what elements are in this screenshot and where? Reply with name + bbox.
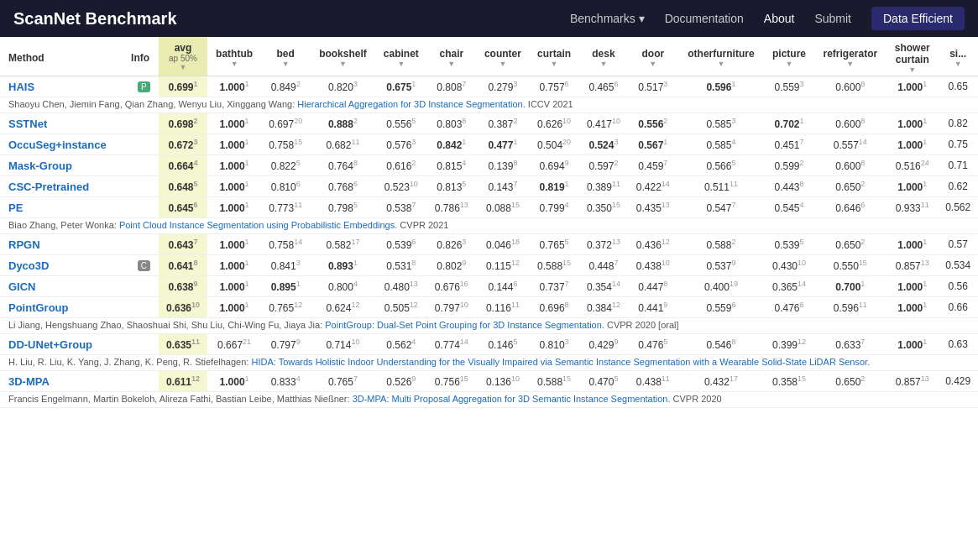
table-cell: 1.0001: [207, 297, 260, 318]
table-cell: 0.6949: [530, 155, 579, 176]
table-cell: 0.66721: [207, 334, 260, 355]
table-cell: 1.0001: [886, 297, 938, 318]
method-link[interactable]: OccuSeg+instance: [8, 139, 107, 151]
method-link[interactable]: Dyco3D: [8, 259, 49, 272]
table-cell: 0.5882: [677, 234, 764, 255]
col-refrigerator[interactable]: refrigerator▼: [813, 37, 886, 76]
table-cell: 0.5396: [375, 234, 426, 255]
table-cell: 0.5565: [375, 113, 426, 134]
table-cell: 0.5992: [765, 155, 814, 176]
col-counter[interactable]: counter▼: [476, 37, 529, 76]
table-cell: 0.3872: [476, 113, 529, 134]
table-cell: 0.35815: [765, 371, 814, 392]
table-cell: 0.35414: [579, 276, 629, 297]
info-cell: [126, 197, 158, 218]
col-door[interactable]: door▼: [628, 37, 677, 76]
citation-link[interactable]: 3D-MPA: Multi Proposal Aggregation for 3…: [353, 394, 671, 404]
table-cell: 0.69720: [261, 113, 311, 134]
nav-benchmarks[interactable]: Benchmarks ▾: [570, 12, 645, 25]
table-row: CSC-Pretrained 0.6485 1.0001 0.8106 0.76…: [0, 176, 978, 197]
table-cell: 0.7576: [530, 76, 579, 97]
table-cell: 0.8004: [311, 276, 376, 297]
table-cell: 0.5173: [628, 76, 677, 97]
table-cell: 0.76512: [261, 297, 311, 318]
table-cell: 0.7655: [530, 234, 579, 255]
table-cell: 0.78613: [426, 197, 476, 218]
sink-cell: 0.66: [938, 297, 978, 318]
method-cell: HAIS: [0, 76, 126, 97]
method-link[interactable]: PointGroup: [8, 301, 69, 314]
table-cell: 0.55714: [813, 134, 886, 155]
citation-link[interactable]: Hierarchical Aggregation for 3D Instance…: [297, 99, 526, 109]
nav-about[interactable]: About: [764, 12, 795, 25]
table-cell: 0.71410: [311, 334, 376, 355]
info-cell: P: [126, 76, 158, 97]
col-bed[interactable]: bed▼: [261, 37, 311, 76]
table-cell: 1.0001: [207, 371, 260, 392]
col-cabinet[interactable]: cabinet▼: [375, 37, 426, 76]
method-link[interactable]: GICN: [8, 280, 36, 293]
info-cell: [126, 113, 158, 134]
table-cell: 0.4766: [765, 297, 814, 318]
navigation: ScanNet Benchmark Benchmarks ▾ Documenta…: [0, 0, 978, 37]
nav-data-efficient[interactable]: Data Efficient: [871, 7, 965, 30]
table-cell: 0.75615: [426, 371, 476, 392]
method-link[interactable]: Mask-Group: [8, 160, 72, 172]
col-sink[interactable]: si...▼: [938, 37, 978, 76]
table-cell: 1.0001: [207, 113, 260, 134]
table-cell: 0.42214: [628, 176, 677, 197]
method-link[interactable]: DD-UNet+Group: [8, 338, 92, 351]
citation-link[interactable]: PointGroup: Dual-Set Point Grouping for …: [325, 320, 604, 330]
table-cell: 1.0001: [207, 276, 260, 297]
badge-c: C: [138, 260, 150, 271]
sink-cell: 0.75: [938, 134, 978, 155]
table-row: 3D-MPA 0.61112 1.0001 0.8334 0.7657 0.52…: [0, 371, 978, 392]
table-cell: 0.77311: [261, 197, 311, 218]
nav-submit[interactable]: Submit: [814, 12, 851, 25]
sink-cell: 0.63: [938, 334, 978, 355]
table-cell: 0.85713: [886, 371, 938, 392]
citation-link[interactable]: HIDA: Towards Holistic Indoor Understand…: [251, 357, 870, 367]
table-cell: 0.62610: [530, 113, 579, 134]
method-link[interactable]: 3D-MPA: [8, 375, 50, 388]
table-cell: 0.04618: [476, 234, 529, 255]
method-link[interactable]: CSC-Pretrained: [8, 181, 89, 193]
col-chair[interactable]: chair▼: [426, 37, 476, 76]
table-cell: 0.8191: [530, 176, 579, 197]
info-cell: [126, 371, 158, 392]
sink-cell: 0.534: [938, 255, 978, 276]
col-curtain[interactable]: curtain▼: [530, 37, 579, 76]
table-cell: 0.5596: [677, 297, 764, 318]
table-cell: 0.55015: [813, 255, 886, 276]
col-bookshelf[interactable]: bookshelf▼: [311, 37, 376, 76]
method-cell: GICN: [0, 276, 126, 297]
method-cell: PE: [0, 197, 126, 218]
col-otherfurniture[interactable]: otherfurniture▼: [677, 37, 764, 76]
col-picture[interactable]: picture▼: [765, 37, 814, 76]
method-link[interactable]: PE: [8, 201, 23, 214]
method-link[interactable]: RPGN: [8, 238, 40, 251]
table-cell: 0.51624: [886, 155, 938, 176]
method-link[interactable]: SSTNet: [8, 118, 47, 130]
avg-cell: 0.63610: [159, 297, 208, 318]
table-cell: 1.0001: [207, 76, 260, 97]
col-desk[interactable]: desk▼: [579, 37, 629, 76]
sink-cell: 0.71: [938, 155, 978, 176]
col-bathtub[interactable]: bathtub▼: [207, 37, 260, 76]
nav-documentation[interactable]: Documentation: [665, 12, 744, 25]
table-cell: 0.1465: [476, 334, 529, 355]
sink-cell: 0.56: [938, 276, 978, 297]
method-link[interactable]: HAIS: [8, 81, 34, 93]
table-cell: 0.35015: [579, 197, 629, 218]
table-cell: 0.6008: [813, 113, 886, 134]
table-cell: 0.8135: [426, 176, 476, 197]
table-cell: 0.43217: [677, 371, 764, 392]
col-shower-curtain[interactable]: showercurtain▼: [886, 37, 938, 76]
table-cell: 0.7985: [311, 197, 376, 218]
table-cell: 0.8882: [311, 113, 376, 134]
col-avg[interactable]: avgap 50% ▼: [159, 37, 208, 76]
avg-cell: 0.6723: [159, 134, 208, 155]
table-cell: 0.8421: [426, 134, 476, 155]
citation-link[interactable]: Point Cloud Instance Segmentation using …: [119, 220, 397, 230]
table-cell: 0.1446: [476, 276, 529, 297]
